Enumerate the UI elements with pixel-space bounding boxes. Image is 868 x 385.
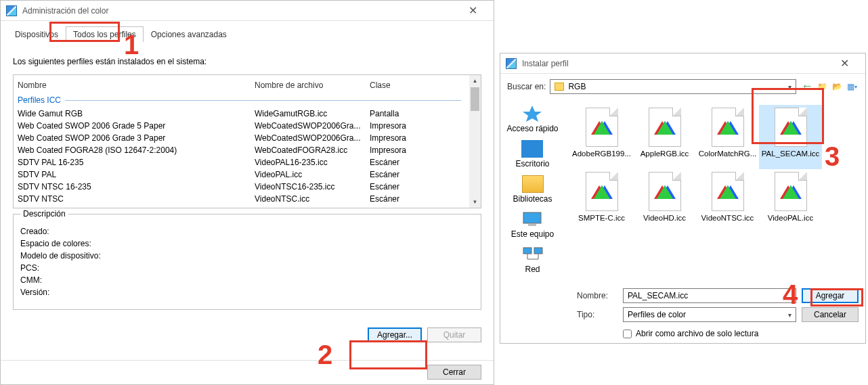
icc-file-icon: [775, 108, 807, 147]
file-item[interactable]: AppleRGB.icc: [633, 105, 696, 169]
desc-pcs: PCS:: [20, 263, 474, 273]
window-title: Instalar perfil: [522, 59, 829, 68]
place-desktop[interactable]: Escritorio: [515, 140, 549, 168]
filetype-label: Tipo:: [577, 310, 617, 319]
back-icon[interactable]: 🡐: [800, 80, 814, 93]
file-item[interactable]: SMPTE-C.icc: [570, 169, 633, 233]
tab-bar: Dispositivos Todos los perfiles Opciones…: [1, 21, 494, 42]
scroll-down-icon[interactable]: ▼: [470, 196, 480, 208]
close-button[interactable]: ✕: [829, 53, 860, 74]
cell-class: Impresora: [370, 145, 451, 155]
icc-file-icon: [712, 172, 744, 211]
desc-created: Creado:: [20, 227, 474, 236]
table-scrollbar[interactable]: ▲ ▼: [469, 75, 481, 208]
icc-file-icon: [775, 172, 807, 211]
cell-class: Escáner: [370, 170, 451, 179]
desc-colorspace: Espacio de colores:: [20, 239, 474, 248]
install-profile-dialog: Instalar perfil ✕ Buscar en: RGB 🡐 📁 📂 ▦…: [500, 53, 866, 344]
lookin-select[interactable]: RGB: [550, 79, 796, 94]
scroll-thumb[interactable]: [471, 87, 479, 111]
table-row[interactable]: Web Coated SWOP 2006 Grade 3 PaperWebCoa…: [18, 132, 465, 144]
places-bar: Acceso rápido Escritorio Bibliotecas Est…: [500, 99, 565, 284]
cell-file: WideGamutRGB.icc: [255, 109, 370, 118]
file-label: VideoPAL.icc: [768, 214, 813, 222]
tab-advanced[interactable]: Opciones avanzadas: [144, 26, 234, 42]
titlebar: Instalar perfil ✕: [500, 53, 865, 74]
filetype-select[interactable]: Perfiles de color: [623, 307, 796, 322]
table-row[interactable]: Wide Gamut RGBWideGamutRGB.iccPantalla: [18, 108, 465, 120]
cell-name: SDTV NTSC 16-235: [18, 182, 255, 191]
cell-class: Escáner: [370, 194, 451, 204]
file-label: VideoNTSC.icc: [701, 214, 754, 222]
close-button[interactable]: ✕: [458, 1, 488, 21]
cell-class: Pantalla: [370, 109, 451, 118]
place-network[interactable]: Red: [522, 246, 544, 274]
place-label: Bibliotecas: [513, 194, 552, 204]
cell-name: Web Coated SWOP 2006 Grade 3 Paper: [18, 133, 255, 143]
place-quick-access[interactable]: Acceso rápido: [506, 105, 558, 133]
tab-devices[interactable]: Dispositivos: [7, 26, 66, 42]
file-item[interactable]: AdobeRGB199...: [570, 105, 633, 169]
cell-name: Web Coated SWOP 2006 Grade 5 Paper: [18, 121, 255, 131]
remove-button[interactable]: Quitar: [427, 327, 481, 342]
open-button[interactable]: Agregar: [802, 288, 859, 303]
file-item[interactable]: ColorMatchRG...: [696, 105, 759, 169]
scroll-up-icon[interactable]: ▲: [470, 75, 480, 87]
place-this-pc[interactable]: Este equipo: [511, 210, 554, 239]
table-row[interactable]: Web Coated SWOP 2006 Grade 5 PaperWebCoa…: [18, 120, 465, 132]
intro-text: Los siguientes perfiles están instalados…: [13, 57, 481, 66]
place-libraries[interactable]: Bibliotecas: [513, 175, 552, 204]
cell-file: VideoPAL.icc: [255, 170, 370, 179]
titlebar: Administración del color ✕: [1, 1, 494, 21]
cancel-button[interactable]: Cancelar: [802, 307, 859, 322]
place-label: Este equipo: [511, 229, 554, 239]
tab-all-profiles[interactable]: Todos los perfiles: [66, 26, 144, 42]
file-label: AdobeRGB199...: [572, 150, 631, 158]
readonly-label: Abrir como archivo de solo lectura: [636, 329, 758, 338]
cell-name: Wide Gamut RGB: [18, 109, 255, 118]
file-item[interactable]: VideoPAL.icc: [759, 169, 822, 233]
place-label: Acceso rápido: [506, 124, 558, 133]
lookin-label: Buscar en:: [507, 82, 546, 91]
cell-file: WebCoatedFOGRA28.icc: [255, 145, 370, 155]
file-item[interactable]: VideoNTSC.icc: [696, 169, 759, 233]
svg-rect-1: [523, 212, 541, 223]
cell-name: Web Coated FOGRA28 (ISO 12647-2:2004): [18, 145, 255, 155]
app-icon: [506, 58, 517, 69]
table-row[interactable]: SDTV NTSCVideoNTSC.iccEscáner: [18, 193, 465, 205]
description-group: Descripción Creado: Espacio de colores: …: [13, 214, 481, 310]
file-item[interactable]: VideoHD.icc: [633, 169, 696, 233]
icc-file-icon: [649, 172, 681, 211]
views-icon[interactable]: ▦▾: [845, 80, 859, 93]
table-header: Nombre Nombre de archivo Clase: [18, 78, 465, 93]
icc-file-icon: [649, 108, 681, 147]
up-folder-icon[interactable]: 📁: [815, 80, 829, 93]
cell-file: WebCoatedSWOP2006Gra...: [255, 121, 370, 131]
col-class[interactable]: Clase: [370, 81, 451, 90]
file-list[interactable]: AdobeRGB199...AppleRGB.iccColorMatchRG..…: [565, 99, 865, 284]
table-row[interactable]: SDTV PAL 16-235VideoPAL16-235.iccEscáner: [18, 156, 465, 168]
close-dialog-button[interactable]: Cerrar: [427, 365, 481, 380]
desc-version: Versión:: [20, 288, 474, 297]
table-row[interactable]: SDTV NTSC 16-235VideoNTSC16-235.iccEscán…: [18, 181, 465, 193]
cell-file: VideoNTSC.icc: [255, 194, 370, 204]
icc-file-icon: [586, 108, 618, 147]
place-label: Escritorio: [515, 159, 549, 168]
lookin-value: RGB: [568, 82, 586, 91]
color-management-window: Administración del color ✕ Dispositivos …: [0, 0, 494, 385]
svg-rect-3: [523, 248, 531, 254]
table-row[interactable]: SDTV PALVideoPAL.iccEscáner: [18, 168, 465, 181]
col-file[interactable]: Nombre de archivo: [255, 81, 370, 90]
readonly-checkbox[interactable]: [623, 330, 632, 338]
file-item[interactable]: PAL_SECAM.icc: [759, 105, 822, 169]
section-icc: Perfiles ICC: [18, 93, 465, 108]
cell-file: VideoNTSC16-235.icc: [255, 182, 370, 191]
add-button[interactable]: Agregar...: [368, 327, 422, 342]
lookin-toolbar: Buscar en: RGB 🡐 📁 📂 ▦▾: [500, 74, 865, 99]
file-label: SMPTE-C.icc: [578, 214, 625, 222]
table-row[interactable]: Web Coated FOGRA28 (ISO 12647-2:2004)Web…: [18, 144, 465, 156]
col-name[interactable]: Nombre: [18, 81, 255, 90]
new-folder-icon[interactable]: 📂: [830, 80, 844, 93]
cell-file: VideoPAL16-235.icc: [255, 158, 370, 167]
filename-input[interactable]: [623, 288, 796, 303]
